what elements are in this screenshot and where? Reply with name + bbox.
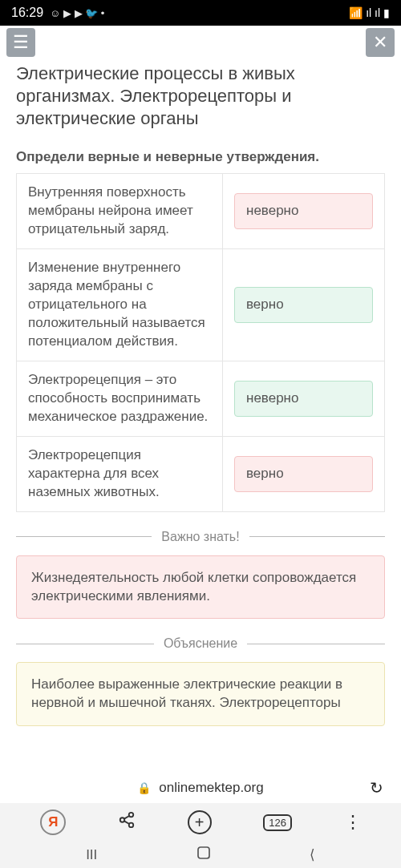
- more-button[interactable]: ⋮: [344, 812, 361, 833]
- recents-button[interactable]: III: [86, 847, 97, 863]
- important-header: Важно знать!: [161, 530, 239, 544]
- instruction-text: Определи верные и неверные утверждения.: [16, 149, 385, 165]
- svg-line-3: [124, 816, 129, 819]
- hamburger-icon: ☰: [13, 32, 29, 53]
- answer-pill[interactable]: неверно: [234, 193, 373, 229]
- page-title: Электрические процессы в живых организма…: [16, 63, 385, 130]
- more-icon: ⋮: [344, 812, 361, 832]
- url-domain: onlinemektep.org: [159, 780, 263, 796]
- browser-toolbar: Я + 126 ⋮: [0, 803, 401, 842]
- system-icons: 📶 ıl ıl ▮: [349, 6, 390, 19]
- statements-table: Внутренняя поверхность мембраны нейрона …: [16, 173, 385, 511]
- close-button[interactable]: ✕: [366, 28, 395, 57]
- url-bar[interactable]: 🔒 onlinemektep.org ↻: [0, 773, 401, 803]
- tabs-button[interactable]: 126: [263, 814, 292, 831]
- clock: 16:29: [11, 6, 43, 20]
- share-icon: [118, 813, 136, 833]
- notification-icons: ☺ ▶ ▶ 🐦 •: [50, 7, 104, 19]
- table-row: Электрорецепция характерна для всех назе…: [17, 436, 385, 511]
- menu-button[interactable]: ☰: [6, 28, 35, 57]
- share-button[interactable]: [118, 811, 136, 834]
- explanation-divider: Объяснение: [16, 636, 385, 651]
- table-row: Внутренняя поверхность мембраны нейрона …: [17, 174, 385, 249]
- answer-pill[interactable]: неверно: [234, 381, 373, 417]
- svg-point-2: [129, 823, 134, 828]
- tab-count: 126: [269, 817, 286, 829]
- home-button[interactable]: [197, 846, 210, 863]
- yandex-logo-button[interactable]: Я: [40, 809, 66, 835]
- answer-cell: верно: [223, 436, 385, 511]
- table-row: Электрорецепция – это способность воспри…: [17, 361, 385, 436]
- new-tab-button[interactable]: +: [188, 810, 212, 834]
- lock-icon: 🔒: [137, 781, 151, 794]
- answer-cell: верно: [223, 249, 385, 361]
- android-status-bar: 16:29 ☺ ▶ ▶ 🐦 • 📶 ıl ıl ▮: [0, 0, 401, 26]
- android-nav-bar: III ⟨: [0, 842, 401, 868]
- svg-point-1: [120, 818, 125, 822]
- statement-cell: Внутренняя поверхность мембраны нейрона …: [17, 174, 223, 249]
- answer-cell: неверно: [223, 174, 385, 249]
- answer-pill[interactable]: верно: [234, 287, 373, 323]
- important-divider: Важно знать!: [16, 530, 385, 544]
- refresh-icon[interactable]: ↻: [370, 778, 383, 797]
- statement-cell: Изменение внутреннего заряда мембраны с …: [17, 249, 223, 361]
- yandex-logo-icon: Я: [48, 814, 58, 830]
- answer-pill[interactable]: верно: [234, 456, 373, 492]
- explanation-header: Объяснение: [164, 636, 237, 651]
- svg-rect-5: [198, 847, 209, 858]
- statement-cell: Электрорецепция – это способность воспри…: [17, 361, 223, 436]
- answer-cell: неверно: [223, 361, 385, 436]
- svg-line-4: [124, 821, 129, 824]
- close-icon: ✕: [373, 32, 387, 53]
- plus-icon: +: [195, 813, 205, 832]
- important-box: Жизнедеятельность любой клетки сопровожд…: [16, 555, 385, 620]
- main-content: Электрические процессы в живых организма…: [0, 59, 401, 726]
- table-row: Изменение внутреннего заряда мембраны с …: [17, 249, 385, 361]
- statement-cell: Электрорецепция характерна для всех назе…: [17, 436, 223, 511]
- app-header: ☰ ✕: [0, 26, 401, 59]
- svg-point-0: [129, 813, 134, 818]
- explanation-box: Наиболее выраженные электрические реакци…: [16, 662, 385, 726]
- back-button[interactable]: ⟨: [310, 846, 315, 863]
